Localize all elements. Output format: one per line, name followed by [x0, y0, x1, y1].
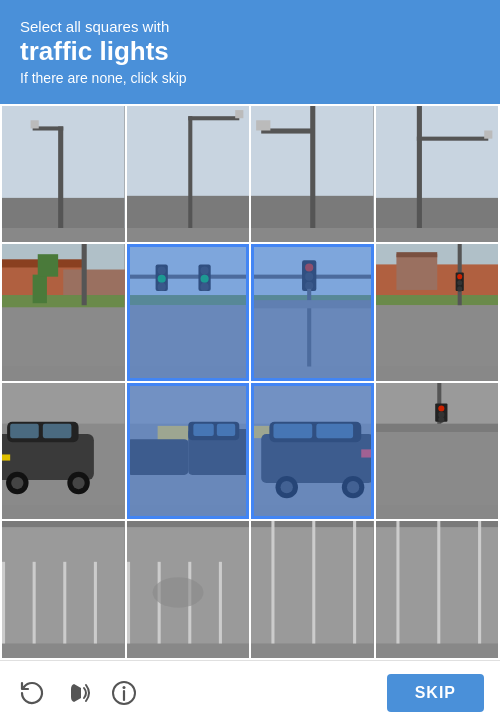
header-subtitle: Select all squares with: [20, 18, 480, 35]
captcha-grid[interactable]: [0, 104, 500, 660]
svg-point-58: [457, 280, 462, 285]
skip-button[interactable]: SKIP: [387, 674, 484, 712]
svg-rect-50: [251, 300, 374, 308]
svg-rect-27: [38, 254, 58, 276]
svg-rect-80: [216, 424, 234, 436]
svg-point-100: [438, 416, 444, 422]
svg-rect-104: [33, 562, 36, 644]
svg-point-89: [281, 481, 293, 493]
grid-cell-5[interactable]: [127, 244, 250, 381]
svg-rect-61: [396, 252, 437, 257]
svg-rect-118: [353, 521, 356, 644]
svg-rect-121: [396, 521, 399, 644]
svg-rect-26: [33, 275, 47, 304]
svg-rect-43: [251, 305, 374, 366]
svg-point-48: [305, 282, 313, 290]
svg-rect-62: [2, 383, 125, 424]
header-title: traffic lights: [20, 37, 480, 66]
audio-icon[interactable]: [62, 677, 94, 709]
svg-point-88: [276, 476, 298, 498]
svg-rect-4: [31, 120, 39, 128]
svg-rect-45: [302, 261, 316, 292]
grid-cell-10[interactable]: [251, 383, 374, 520]
svg-rect-81: [251, 383, 374, 424]
svg-point-113: [152, 578, 203, 609]
svg-rect-72: [2, 454, 10, 460]
svg-rect-29: [127, 244, 250, 305]
svg-point-47: [305, 273, 313, 281]
captcha-footer: SKIP: [0, 660, 500, 724]
grid-cell-6[interactable]: [251, 244, 374, 381]
grid-cell-3[interactable]: [376, 106, 499, 243]
svg-point-57: [457, 274, 462, 279]
header-hint: If there are none, click skip: [20, 70, 480, 86]
captcha-header: Select all squares with traffic lights I…: [0, 0, 500, 104]
svg-rect-18: [416, 136, 487, 140]
info-icon[interactable]: [108, 677, 140, 709]
svg-rect-2: [58, 126, 63, 228]
grid-cell-14[interactable]: [251, 521, 374, 658]
svg-rect-49: [307, 289, 311, 367]
svg-point-39: [200, 275, 208, 283]
grid-cell-9[interactable]: [127, 383, 250, 520]
svg-rect-66: [10, 424, 39, 438]
svg-rect-16: [376, 197, 499, 228]
svg-rect-60: [396, 254, 437, 290]
footer-actions: [16, 677, 140, 709]
svg-rect-28: [82, 244, 87, 305]
svg-rect-37: [198, 265, 210, 292]
svg-point-34: [157, 267, 165, 275]
svg-rect-108: [127, 521, 250, 527]
svg-rect-24: [2, 300, 125, 366]
svg-rect-19: [484, 130, 492, 138]
svg-rect-33: [155, 265, 167, 292]
svg-rect-76: [127, 439, 188, 475]
svg-rect-8: [188, 116, 239, 120]
svg-rect-103: [2, 562, 5, 644]
svg-rect-44: [251, 275, 374, 279]
svg-rect-92: [361, 449, 373, 457]
grid-cell-11[interactable]: [376, 383, 499, 520]
grid-cell-7[interactable]: [376, 244, 499, 381]
svg-point-36: [157, 283, 165, 291]
grid-cell-15[interactable]: [376, 521, 499, 658]
grid-cell-8[interactable]: [2, 383, 125, 520]
svg-rect-112: [218, 562, 221, 644]
svg-point-40: [200, 283, 208, 291]
refresh-icon[interactable]: [16, 677, 48, 709]
grid-cell-2[interactable]: [251, 106, 374, 243]
svg-rect-67: [43, 424, 72, 438]
svg-point-46: [305, 264, 313, 272]
grid-cell-12[interactable]: [2, 521, 125, 658]
svg-point-38: [200, 267, 208, 275]
svg-rect-102: [2, 521, 125, 527]
grid-cell-0[interactable]: [2, 106, 125, 243]
svg-rect-94: [376, 424, 499, 506]
svg-rect-17: [416, 106, 421, 229]
svg-rect-116: [271, 521, 274, 644]
svg-point-69: [11, 477, 23, 489]
svg-rect-7: [188, 116, 192, 228]
grid-cell-4[interactable]: [2, 244, 125, 381]
svg-rect-105: [63, 562, 66, 644]
svg-rect-86: [273, 424, 312, 438]
svg-rect-12: [310, 106, 315, 229]
svg-rect-87: [316, 424, 353, 438]
svg-rect-54: [376, 305, 499, 366]
svg-rect-95: [376, 424, 499, 432]
svg-rect-75: [157, 426, 218, 440]
svg-point-59: [457, 287, 462, 292]
svg-rect-83: [251, 426, 292, 438]
svg-rect-85: [269, 422, 361, 442]
svg-rect-30: [127, 295, 250, 305]
grid-cell-13[interactable]: [127, 521, 250, 658]
grid-cell-1[interactable]: [127, 106, 250, 243]
svg-rect-123: [478, 521, 481, 644]
svg-rect-106: [94, 562, 97, 644]
svg-rect-78: [188, 422, 239, 440]
svg-point-98: [438, 405, 444, 411]
svg-rect-53: [376, 295, 499, 305]
svg-point-91: [347, 481, 359, 493]
svg-rect-74: [127, 424, 250, 506]
svg-point-35: [157, 275, 165, 283]
